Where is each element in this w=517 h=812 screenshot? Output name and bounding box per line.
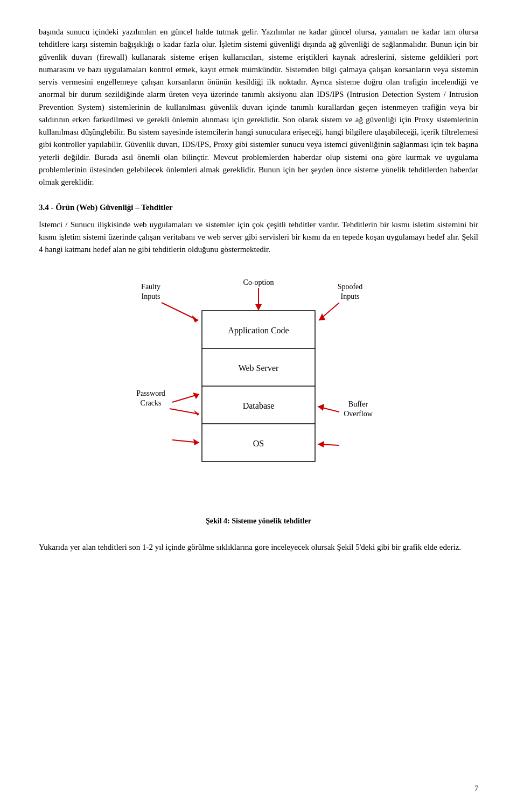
svg-text:Spoofed: Spoofed <box>338 283 363 291</box>
svg-text:Faulty: Faulty <box>141 283 160 291</box>
svg-line-10 <box>162 303 198 320</box>
svg-text:Database: Database <box>243 401 275 410</box>
svg-marker-14 <box>255 304 262 311</box>
svg-text:Password: Password <box>136 389 165 397</box>
svg-text:OS: OS <box>253 439 264 448</box>
svg-text:Buffer: Buffer <box>348 400 368 408</box>
svg-text:Overflow: Overflow <box>344 410 373 418</box>
svg-marker-28 <box>318 404 324 411</box>
svg-text:Cracks: Cracks <box>141 399 162 407</box>
section-paragraph-0: İstemci / Sunucu ilişkisinde web uygulam… <box>39 219 478 256</box>
svg-marker-32 <box>318 441 324 447</box>
svg-text:Inputs: Inputs <box>142 292 160 300</box>
section-title: 3.4 - Örün (Web) Güvenliği – Tehditler <box>39 201 478 214</box>
diagram: Application Code Web Server Database OS … <box>39 273 478 537</box>
main-content: başında sunucu içindeki yazılımları en g… <box>39 26 478 554</box>
svg-text:Web Server: Web Server <box>239 363 279 373</box>
diagram-svg: Application Code Web Server Database OS … <box>118 273 399 510</box>
diagram-caption: Şekil 4: Sisteme yönelik tehditler <box>206 515 311 527</box>
svg-marker-30 <box>193 439 199 445</box>
svg-text:Co-option: Co-option <box>243 278 274 286</box>
svg-text:Application Code: Application Code <box>228 326 289 335</box>
svg-text:Inputs: Inputs <box>341 292 360 300</box>
svg-marker-11 <box>192 315 198 323</box>
svg-marker-18 <box>319 313 325 320</box>
closing-paragraph-0: Yukarıda yer alan tehditleri son 1-2 yıl… <box>39 541 478 554</box>
intro-paragraph: başında sunucu içindeki yazılımları en g… <box>39 26 478 188</box>
